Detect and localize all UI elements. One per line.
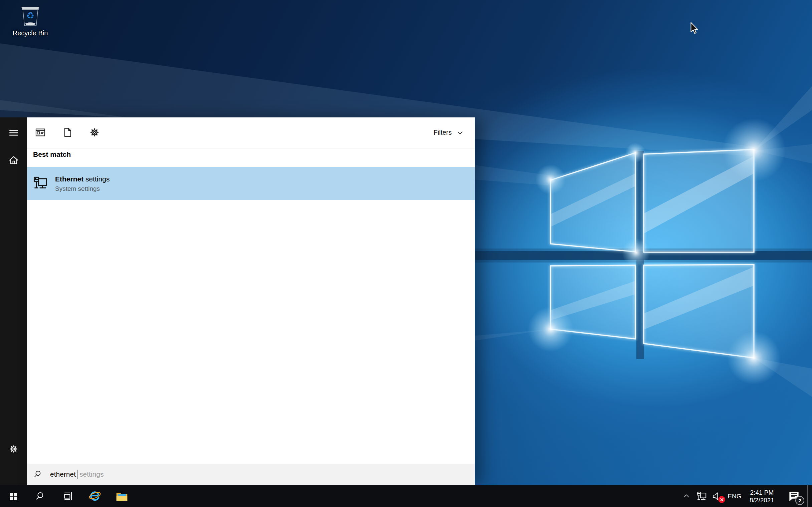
filters-button[interactable]: Filters (432, 117, 466, 148)
home-button[interactable] (0, 148, 27, 172)
volume-muted-icon (712, 490, 724, 503)
gear-icon (8, 444, 19, 454)
rail-settings-button[interactable] (0, 437, 27, 461)
language-indicator[interactable]: ENG (726, 485, 743, 507)
tab-settings[interactable] (87, 124, 102, 140)
taskbar-clock[interactable]: 2:41 PM 8/2/2021 (743, 485, 780, 507)
notification-count-badge: 2 (795, 496, 804, 505)
chevron-up-icon (682, 492, 691, 501)
result-title: Ethernet settings (55, 175, 109, 183)
search-suggestion-text: settings (80, 470, 103, 478)
taskbar-search-button[interactable] (27, 485, 54, 507)
windows-start-icon (8, 491, 19, 502)
result-text: Ethernet settings System settings (55, 175, 109, 192)
tray-overflow-button[interactable] (679, 485, 694, 507)
search-flyout-rail (0, 117, 27, 485)
search-typed-text: ethernet (50, 470, 76, 478)
action-center-button[interactable]: 2 (780, 485, 807, 507)
task-view-button[interactable] (54, 485, 81, 507)
result-subtitle: System settings (55, 185, 109, 192)
task-view-icon (62, 491, 73, 502)
chevron-down-icon (456, 129, 464, 137)
mouse-cursor (690, 22, 699, 35)
document-icon (62, 127, 73, 138)
result-title-regular: settings (84, 175, 109, 183)
search-icon (35, 491, 46, 502)
internet-explorer-icon (88, 490, 101, 503)
taskbar: ENG 2:41 PM 8/2/2021 2 (0, 485, 812, 507)
home-icon (8, 155, 19, 166)
recycle-bin[interactable]: Recycle Bin (6, 3, 54, 37)
search-icon (34, 470, 43, 479)
text-caret (77, 470, 78, 479)
desktop[interactable]: Recycle Bin Filters Best match (0, 0, 812, 507)
top-bar-divider (27, 148, 475, 149)
start-button[interactable] (0, 485, 27, 507)
language-label: ENG (727, 493, 741, 500)
result-ethernet-settings[interactable]: Ethernet settings System settings (27, 167, 475, 200)
internet-explorer-button[interactable] (81, 485, 108, 507)
search-panel: Filters Best match Ethernet settings Sys… (27, 117, 475, 485)
filters-label: Filters (434, 129, 452, 136)
show-desktop-button[interactable] (807, 485, 812, 507)
search-flyout: Filters Best match Ethernet settings Sys… (0, 117, 475, 485)
ethernet-network-icon (697, 491, 708, 502)
tab-documents[interactable] (59, 124, 75, 140)
hamburger-icon (8, 127, 19, 138)
result-title-bold: Ethernet (55, 175, 84, 183)
network-tray-button[interactable] (694, 485, 710, 507)
ethernet-monitor-icon (33, 176, 49, 191)
clock-time: 2:41 PM (750, 489, 774, 496)
file-explorer-button[interactable] (108, 485, 135, 507)
clock-date: 8/2/2021 (750, 496, 774, 504)
search-input[interactable]: ethernet settings (27, 464, 475, 485)
volume-tray-button[interactable] (710, 485, 726, 507)
volume-error-badge (718, 496, 725, 503)
tab-apps[interactable] (33, 124, 48, 140)
file-explorer-icon (115, 490, 129, 503)
section-header-best-match: Best match (33, 151, 71, 158)
search-panel-top-bar: Filters (27, 117, 475, 148)
recycle-bin-icon (18, 3, 43, 29)
apps-icon (34, 126, 46, 138)
recycle-bin-label: Recycle Bin (6, 30, 54, 37)
menu-button[interactable] (0, 121, 27, 145)
gear-icon (89, 126, 101, 138)
system-tray: ENG 2:41 PM 8/2/2021 2 (679, 485, 812, 507)
